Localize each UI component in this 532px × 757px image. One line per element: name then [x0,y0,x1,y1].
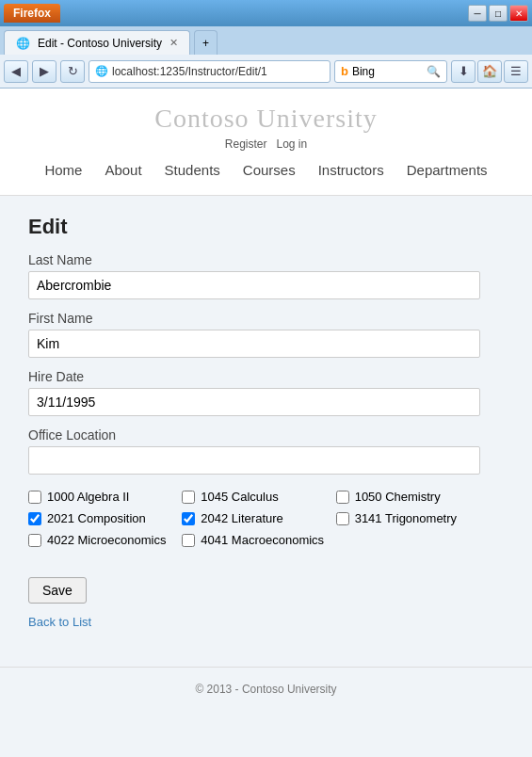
course-checkbox-1050[interactable] [336,491,349,504]
register-link[interactable]: Register [225,137,267,151]
courses-grid: 1000 Algebra II1045 Calculus1050 Chemist… [28,490,480,547]
courses-section: 1000 Algebra II1045 Calculus1050 Chemist… [28,490,504,547]
course-label-2021: 2021 Composition [47,511,146,525]
nav-menu: Home About Students Courses Instructors … [0,154,532,187]
course-checkbox-2042[interactable] [182,512,195,525]
auth-links: Register Log in [0,137,532,151]
last-name-group: Last Name [28,252,504,299]
first-name-label: First Name [28,311,504,326]
office-location-group: Office Location [28,427,504,475]
address-favicon: 🌐 [95,65,108,77]
nav-departments[interactable]: Departments [407,162,488,178]
search-icon[interactable]: 🔍 [427,65,441,78]
tab-bar: 🌐 Edit - Contoso University ✕ + [0,26,532,55]
nav-instructors[interactable]: Instructors [318,162,384,178]
menu-button[interactable]: ☰ [504,60,528,83]
course-label-3141: 3141 Trigonometry [355,511,457,525]
address-bar[interactable]: 🌐 localhost:1235/Instructor/Edit/1 [89,60,330,83]
back-button[interactable]: ◀ [4,60,28,83]
last-name-label: Last Name [28,252,504,267]
list-item: 1000 Algebra II [28,490,172,504]
tab-title: Edit - Contoso University [38,37,162,50]
back-to-list-link[interactable]: Back to List [28,615,504,629]
main-content: Edit Last Name First Name Hire Date Offi… [0,196,532,648]
list-item: 2042 Literature [182,511,326,525]
hire-date-group: Hire Date [28,369,504,416]
footer-text: © 2013 - Contoso University [195,683,336,696]
course-label-1045: 1045 Calculus [201,490,278,504]
course-checkbox-4022[interactable] [28,534,41,547]
course-checkbox-1045[interactable] [182,491,195,504]
page-heading: Edit [28,215,504,239]
tab-close-icon[interactable]: ✕ [169,37,178,49]
bing-logo: b [341,64,348,78]
toolbar-right: ⬇ 🏠 ☰ [451,60,528,83]
site-title: Contoso University [0,104,532,134]
course-label-2042: 2042 Literature [201,511,282,525]
list-item: 3141 Trigonometry [336,511,480,525]
minimize-button[interactable]: ─ [468,5,487,22]
search-box[interactable]: b Bing 🔍 [334,60,447,83]
list-item: 4022 Microeconomics [28,533,172,547]
reload-button[interactable]: ↻ [60,60,85,83]
last-name-input[interactable] [28,271,480,299]
firefox-menu-button[interactable]: Firefox [4,4,60,23]
nav-students[interactable]: Students [165,162,220,178]
list-item: 4041 Macroeconomics [182,533,326,547]
hire-date-label: Hire Date [28,369,504,384]
course-label-1050: 1050 Chemistry [355,490,441,504]
maximize-button[interactable]: □ [489,5,508,22]
tab-favicon: 🌐 [16,37,30,50]
forward-button[interactable]: ▶ [32,60,56,83]
course-checkbox-4041[interactable] [182,534,195,547]
hire-date-input[interactable] [28,388,480,416]
first-name-group: First Name [28,311,504,358]
course-label-4022: 4022 Microeconomics [47,533,166,547]
course-checkbox-2021[interactable] [28,512,41,525]
office-location-input[interactable] [28,446,480,475]
first-name-input[interactable] [28,330,480,358]
home-button[interactable]: 🏠 [477,60,502,83]
list-item: 2021 Composition [28,511,172,525]
address-text: localhost:1235/Instructor/Edit/1 [112,65,267,78]
nav-courses[interactable]: Courses [243,162,296,178]
nav-about[interactable]: About [105,162,141,178]
save-button[interactable]: Save [28,577,87,604]
site-footer: © 2013 - Contoso University [0,667,532,711]
close-button[interactable]: ✕ [509,5,528,22]
course-label-4041: 4041 Macroeconomics [201,533,324,547]
list-item: 1050 Chemistry [336,490,480,504]
login-link[interactable]: Log in [277,137,308,151]
titlebar: Firefox ─ □ ✕ [0,0,532,26]
new-tab-button[interactable]: + [194,30,218,55]
search-label: Bing [352,65,375,78]
navbar: ◀ ▶ ↻ 🌐 localhost:1235/Instructor/Edit/1… [0,55,532,89]
browser-window: Firefox ─ □ ✕ 🌐 Edit - Contoso Universit… [0,0,532,757]
page-content: Contoso University Register Log in Home … [0,89,532,757]
download-button[interactable]: ⬇ [451,60,476,83]
course-checkbox-1000[interactable] [28,491,41,504]
office-location-label: Office Location [28,427,504,443]
course-checkbox-3141[interactable] [336,512,349,525]
nav-home[interactable]: Home [44,162,82,178]
active-tab[interactable]: 🌐 Edit - Contoso University ✕ [4,30,190,55]
site-header: Contoso University Register Log in Home … [0,89,532,196]
course-label-1000: 1000 Algebra II [47,490,129,504]
list-item: 1045 Calculus [182,490,326,504]
